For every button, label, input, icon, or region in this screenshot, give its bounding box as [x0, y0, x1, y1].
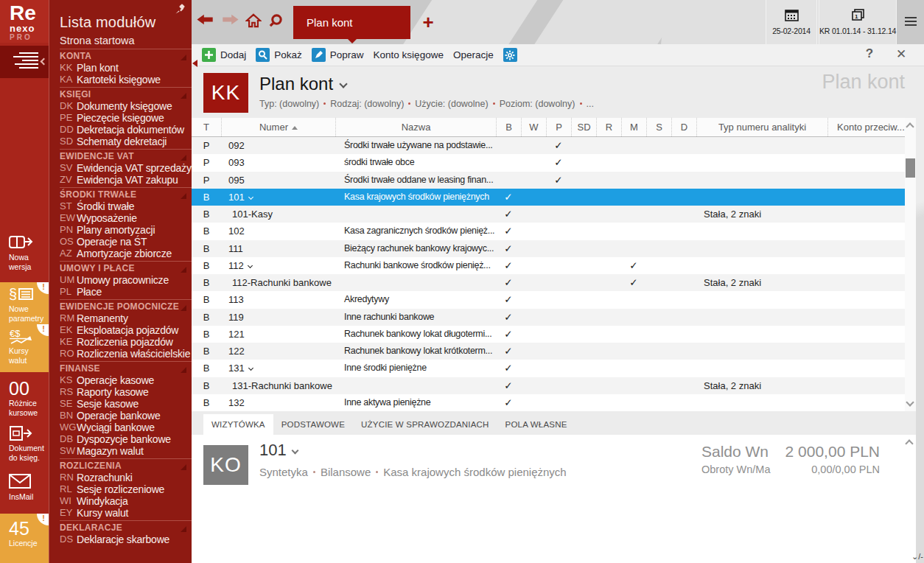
- toolbar-button-pokaż[interactable]: Pokaż: [256, 48, 302, 62]
- column-header-w[interactable]: W: [521, 118, 546, 136]
- column-header-konto-przeciw-[interactable]: Konto przeciw...: [827, 118, 905, 136]
- section-header-deklaracje[interactable]: DEKLARACJE: [60, 522, 192, 534]
- column-header-t[interactable]: T: [192, 118, 221, 136]
- rail-item-roznice-kursowe[interactable]: 00Różnicekursowe: [0, 372, 49, 420]
- scroll-thumb[interactable]: [906, 158, 915, 178]
- module-item-pl[interactable]: PLPłace: [60, 286, 192, 298]
- module-item-um[interactable]: UMUmowy pracownicze: [60, 274, 192, 286]
- detail-collapse-control[interactable]: ⌄/-: [911, 552, 923, 562]
- help-button[interactable]: ?: [862, 46, 877, 61]
- tab-plan-kont[interactable]: Plan kont: [293, 6, 410, 39]
- module-item-db[interactable]: DBDyspozycje bankowe: [60, 433, 192, 445]
- table-row-131[interactable]: B131Inne środki pieniężne✓: [192, 360, 905, 377]
- rail-item-licencje[interactable]: 45Licencje!: [0, 514, 49, 563]
- column-header-numer[interactable]: Numer: [221, 118, 335, 136]
- section-header-finanse[interactable]: FINANSE: [60, 363, 192, 374]
- section-header-konta[interactable]: KONTA: [60, 51, 192, 62]
- section-header-rozliczenia[interactable]: ROZLICZENIA: [60, 461, 192, 472]
- module-item-wi[interactable]: WIWindykacja: [60, 495, 192, 507]
- table-row-122[interactable]: B122Rachunek bankowy lokat krótkoterm...…: [192, 343, 905, 360]
- module-item-se[interactable]: SESesje kasowe: [60, 398, 192, 410]
- module-item-sd[interactable]: SDSchematy dekretacji: [60, 136, 192, 147]
- table-row-113[interactable]: B113Akredytywy✓: [192, 291, 905, 308]
- collapse-triangle-icon[interactable]: [181, 305, 186, 311]
- rail-item-kursy-walut[interactable]: €$Kursywalut!: [0, 324, 49, 372]
- collapse-triangle-icon[interactable]: [181, 193, 186, 199]
- close-button[interactable]: ✕: [893, 46, 909, 62]
- collapse-triangle-icon[interactable]: [181, 93, 186, 99]
- home-button[interactable]: [245, 13, 265, 31]
- module-item-rl[interactable]: RLSesje rozliczeniowe: [60, 483, 192, 495]
- collapse-triangle-icon[interactable]: [181, 267, 186, 273]
- table-row-102[interactable]: B102Kasa zagranicznych środków pienięż..…: [192, 223, 905, 239]
- detail-tab-pola-własne[interactable]: POLA WŁASNE: [497, 414, 575, 435]
- column-header-nazwa[interactable]: Nazwa: [335, 118, 496, 136]
- module-home[interactable]: Strona startowa: [49, 33, 192, 49]
- current-date-button[interactable]: 25-02-2014: [766, 0, 817, 44]
- table-row-111[interactable]: B111Bieżący rachunek bankowy krajowyc...…: [192, 240, 905, 257]
- pin-icon[interactable]: [175, 4, 186, 15]
- scroll-up-icon[interactable]: [906, 122, 914, 130]
- detail-tab-podstawowe[interactable]: PODSTAWOWE: [273, 414, 353, 435]
- module-item-bn[interactable]: BNOperacje bankowe: [60, 410, 192, 422]
- module-item-rm[interactable]: RMRemanenty: [60, 312, 192, 324]
- forward-button[interactable]: [222, 13, 241, 31]
- table-row-095[interactable]: P095Środki trwałe oddane w leasing finan…: [192, 172, 905, 189]
- new-tab-button[interactable]: +: [417, 10, 439, 35]
- column-header-sd[interactable]: SD: [571, 118, 596, 136]
- expand-chevron-icon[interactable]: [248, 263, 253, 268]
- module-item-ke[interactable]: KERozliczenia pojazdów: [60, 336, 192, 348]
- expand-chevron-icon[interactable]: [248, 195, 253, 200]
- rail-item-insmail[interactable]: InsMail: [0, 470, 49, 507]
- section-header-ksi-gi[interactable]: KSIĘGI: [60, 89, 192, 100]
- rail-item-nowa-wersja[interactable]: Nowawersja: [0, 231, 49, 278]
- toolbar-button-gear[interactable]: [503, 48, 517, 62]
- column-header-b[interactable]: B: [496, 118, 521, 136]
- module-item-zv[interactable]: ZVEwidencja VAT zakupu: [60, 174, 192, 186]
- expand-chevron-icon[interactable]: [248, 366, 253, 371]
- table-scrollbar[interactable]: [905, 118, 916, 411]
- module-item-wg[interactable]: WGWyciągi bankowe: [60, 422, 192, 433]
- view-title[interactable]: Plan kont: [259, 74, 346, 94]
- collapse-triangle-icon[interactable]: [181, 526, 186, 532]
- collapse-triangle-icon[interactable]: [181, 55, 186, 60]
- module-item-ka[interactable]: KAKartoteki księgowe: [60, 74, 192, 85]
- detail-tab-użycie-w-sprawozdaniach[interactable]: UŻYCIE W SPRAWOZDANIACH: [353, 414, 497, 435]
- table-row-101-kasy[interactable]: B101-Kasy✓Stała, 2 znaki: [192, 206, 905, 223]
- module-item-rn[interactable]: RNRozrachunki: [60, 472, 192, 483]
- column-header-typ-numeru-analityki[interactable]: Typ numeru analityki: [696, 118, 827, 136]
- detail-scroll-up-icon[interactable]: [905, 439, 913, 447]
- module-item-sv[interactable]: SVEwidencja VAT sprzedaży: [60, 162, 192, 174]
- module-item-st[interactable]: STŚrodki trwałe: [60, 200, 192, 212]
- table-row-092[interactable]: P092Środki trwałe używane na podstawie..…: [192, 137, 905, 154]
- module-item-dd[interactable]: DDDekretacja dokumentów: [60, 124, 192, 136]
- table-row-112-rachunki-bankowe[interactable]: B112-Rachunki bankowe✓✓Stała, 2 znaki: [192, 274, 905, 291]
- collapse-triangle-icon[interactable]: [181, 464, 186, 470]
- table-row-121[interactable]: B121Rachunek bankowy lokat długotermi...…: [192, 326, 905, 343]
- column-header-r[interactable]: R: [596, 118, 621, 136]
- section-header-umowy-i-p-ace[interactable]: UMOWY I PŁACE: [60, 263, 192, 274]
- table-row-093[interactable]: P093środki trwałe obce✓: [192, 154, 905, 171]
- module-item-az[interactable]: AZAmortyzacje zbiorcze: [60, 248, 192, 259]
- module-item-pn[interactable]: PNPlany amortyzacji: [60, 224, 192, 236]
- toolbar-button-popraw[interactable]: Popraw: [312, 48, 364, 62]
- column-header-m[interactable]: M: [621, 118, 646, 136]
- detail-tab-wizytówka[interactable]: WIZYTÓWKA: [203, 414, 273, 435]
- module-item-sw[interactable]: SWMagazyn walut: [60, 445, 192, 457]
- module-item-ew[interactable]: EWWyposażenie: [60, 212, 192, 224]
- search-button[interactable]: [268, 13, 287, 31]
- table-row-119[interactable]: B119Inne rachunki bankowe✓: [192, 309, 905, 326]
- module-item-os[interactable]: OSOperacje na ŚT: [60, 236, 192, 248]
- filter-summary[interactable]: Typ: (dowolny)Rodzaj: (dowolny)Użycie: (…: [259, 99, 594, 109]
- scroll-down-icon[interactable]: [906, 398, 914, 406]
- back-button[interactable]: [197, 13, 216, 31]
- module-item-ro[interactable]: RORozliczenia właścicielskie: [60, 348, 192, 360]
- column-header-p[interactable]: P: [546, 118, 571, 136]
- module-item-rs[interactable]: RSRaporty kasowe: [60, 386, 192, 398]
- toolbar-button-dodaj[interactable]: Dodaj: [202, 48, 246, 62]
- module-item-ks[interactable]: KSOperacje kasowe: [60, 374, 192, 386]
- module-item-ek[interactable]: EKEksploatacja pojazdów: [60, 324, 192, 336]
- period-button[interactable]: 1 KR 01.01.14 - 31.12.14: [819, 0, 897, 44]
- module-item-dk[interactable]: DKDokumenty księgowe: [60, 100, 192, 112]
- rail-item-nowe-parametry[interactable]: §Noweparametry!: [0, 282, 49, 324]
